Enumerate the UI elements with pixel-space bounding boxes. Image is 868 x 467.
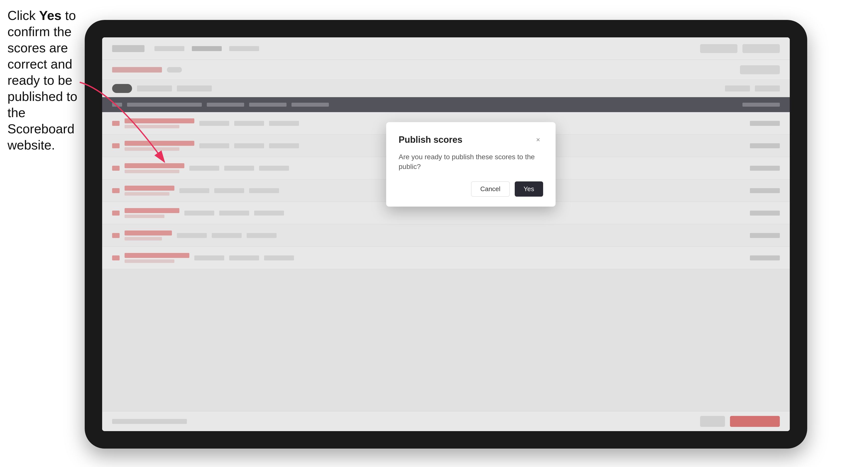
modal-footer: Cancel Yes <box>399 181 543 197</box>
modal-overlay: Publish scores × Are you ready to publis… <box>102 37 790 431</box>
tablet-device: Publish scores × Are you ready to publis… <box>85 20 807 448</box>
instruction-text: Click Yes to confirm the scores are corr… <box>7 7 82 153</box>
publish-scores-modal: Publish scores × Are you ready to publis… <box>386 122 556 207</box>
cancel-button[interactable]: Cancel <box>471 181 510 197</box>
yes-button[interactable]: Yes <box>515 181 543 197</box>
modal-header: Publish scores × <box>399 134 543 145</box>
modal-close-button[interactable]: × <box>533 135 543 145</box>
tablet-screen: Publish scores × Are you ready to publis… <box>102 37 790 431</box>
modal-title: Publish scores <box>399 134 462 145</box>
modal-body-text: Are you ready to publish these scores to… <box>399 152 543 172</box>
